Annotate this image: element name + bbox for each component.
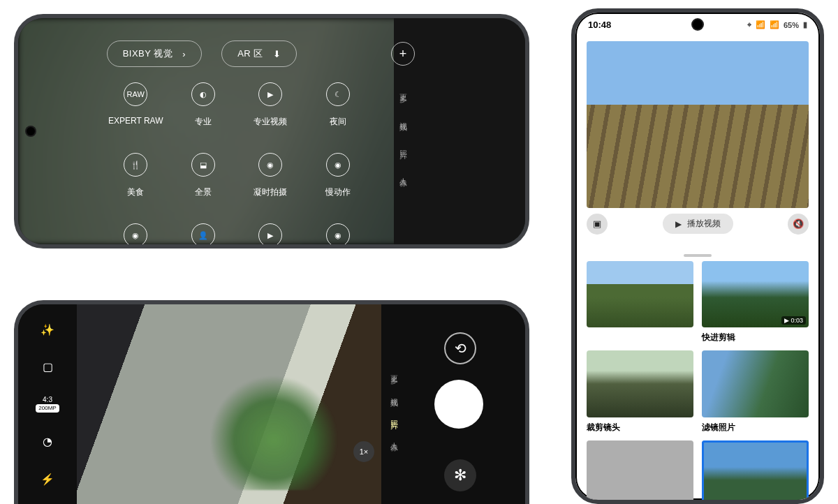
save-copy-button[interactable]: ▣	[587, 214, 608, 235]
mode-label: EXPERT RAW	[108, 116, 163, 126]
thumb-crop[interactable]: 裁剪镜头	[587, 350, 693, 433]
pro-icon: ◐	[191, 82, 215, 106]
thumb-orig[interactable]	[587, 261, 693, 344]
mode-slowmo[interactable]: ◉慢动作	[304, 153, 372, 198]
mode-label: 专业视频	[253, 116, 287, 128]
mode-tab[interactable]: 视频	[389, 392, 399, 394]
mode-label: 全景	[195, 186, 212, 198]
thumb-image: ▶ 0:03	[702, 261, 809, 328]
viewfinder[interactable]	[77, 304, 381, 504]
motion-photo-icon[interactable]: ▢	[38, 357, 57, 377]
thumb-image	[702, 350, 809, 417]
mode-tab[interactable]: 更多	[398, 88, 409, 91]
duration-badge: ▶ 0:03	[781, 316, 806, 325]
signal-icon: 📶	[770, 20, 779, 29]
front-camera-hole	[27, 127, 35, 135]
mode-tab-strip: 更多视频照片人像	[385, 304, 402, 504]
thumb-image	[587, 350, 693, 417]
aspect-ratio-button[interactable]: 4:3 200MP	[38, 394, 57, 414]
timelapse-icon: ◉	[124, 223, 147, 247]
status-icons: ⌖ 📶 📶 65% ▮	[747, 20, 807, 29]
mode-food[interactable]: 🍴美食	[102, 153, 170, 198]
mode-night[interactable]: ☾夜间	[304, 82, 372, 128]
battery-icon: ▮	[803, 20, 807, 29]
download-icon: ⬇	[273, 49, 281, 59]
bixby-vision-button[interactable]: BIXBY 视觉 ›	[107, 40, 203, 67]
hero-action-row: ▣ ▶ 播放视频 🔇	[587, 214, 809, 235]
play-label: 播放视频	[687, 218, 721, 230]
bixby-label: BIXBY 视觉	[123, 47, 173, 60]
mode-tab[interactable]: 视频	[398, 116, 409, 119]
drag-handle[interactable]	[684, 254, 712, 257]
thumb-image	[702, 440, 809, 504]
viewfinder-subject	[211, 364, 337, 490]
ar-label: AR 区	[237, 47, 263, 60]
thumb-caption: 裁剪镜头	[587, 422, 693, 433]
night-icon: ☾	[326, 82, 350, 106]
thumb-sel[interactable]	[702, 440, 809, 504]
status-bar: 10:48 ⌖ 📶 📶 65% ▮	[575, 13, 820, 34]
portrait-vid-icon: 👤	[191, 223, 215, 247]
location-icon: ⌖	[747, 20, 751, 29]
zoom-value: 1×	[360, 447, 369, 456]
mute-button[interactable]: 🔇	[788, 214, 809, 235]
mode-director[interactable]: ▶导演视角	[237, 223, 304, 249]
single-take-content: ▣ ▶ 播放视频 🔇	[575, 34, 820, 261]
timer-icon[interactable]: ◔	[38, 432, 57, 452]
mode-label: 凝时拍摄	[253, 186, 287, 198]
result-thumbnail-grid: ▶ 0:03快进剪辑裁剪镜头滤镜照片	[575, 261, 820, 505]
phone-camera-modes: BIXBY 视觉 › AR 区 ⬇ + RAWEXPERT RAW◐专业▶专业视…	[14, 14, 529, 249]
hero-media[interactable]	[587, 41, 809, 208]
mode-portrait-vid[interactable]: 👤人像视频	[170, 223, 237, 249]
thumb-filter[interactable]: 滤镜照片	[702, 350, 809, 433]
battery-text: 65%	[784, 21, 799, 29]
mode-tab[interactable]: 人像	[389, 436, 399, 439]
mode-pro-video[interactable]: ▶专业视频	[237, 82, 304, 128]
thumb-caption: 滤镜照片	[702, 422, 809, 433]
ar-zone-button[interactable]: AR 区 ⬇	[221, 40, 297, 67]
mute-icon: 🔇	[793, 218, 804, 229]
front-camera-hole	[693, 20, 703, 29]
camera-mode-grid: RAWEXPERT RAW◐专业▶专业视频☾夜间🍴美食⬓全景◉凝时拍摄◉慢动作◉…	[102, 82, 372, 249]
play-video-button[interactable]: ▶ 播放视频	[663, 214, 733, 234]
thumb-speed[interactable]: ▶ 0:03快进剪辑	[702, 261, 809, 344]
thumb-image	[587, 261, 693, 328]
mode-label: 夜间	[330, 116, 346, 128]
phone-camera-viewfinder: ✨ ▢ 4:3 200MP ◔ ⚡ 1× 更多视频照片人像 ⟲ ✻	[14, 300, 529, 504]
zoom-chip[interactable]: 1×	[353, 441, 374, 462]
thumb-bw[interactable]	[587, 440, 693, 504]
mode-hyperlapse[interactable]: ◉凝时拍摄	[237, 153, 304, 198]
mode-tab[interactable]: 照片	[398, 144, 409, 147]
mode-pro[interactable]: ◐专业	[170, 82, 237, 128]
pro-video-icon: ▶	[258, 82, 282, 106]
top-pill-row: BIXBY 视觉 › AR 区 ⬇	[18, 40, 385, 67]
save-icon: ▣	[593, 218, 601, 229]
mode-tab[interactable]: 照片	[389, 414, 399, 417]
mode-tab[interactable]: 更多	[389, 369, 399, 372]
expert-raw-icon: RAW	[124, 82, 147, 106]
mode-single-take[interactable]: ◉AI一键多拍	[304, 223, 372, 249]
mode-tab[interactable]: 人像	[398, 172, 409, 175]
sparkle-icon[interactable]: ✨	[38, 320, 57, 339]
mode-expert-raw[interactable]: RAWEXPERT RAW	[102, 82, 170, 128]
mode-tab-strip: 更多视频照片人像	[392, 18, 413, 244]
mode-label: 慢动作	[325, 186, 351, 198]
panorama-icon: ⬓	[191, 153, 215, 177]
left-toolbar: ✨ ▢ 4:3 200MP ◔ ⚡	[18, 304, 77, 504]
right-control-panel: 更多视频照片人像 ⟲ ✻	[381, 304, 525, 504]
thumb-caption: 快进剪辑	[702, 332, 809, 343]
resolution-badge: 200MP	[36, 404, 59, 413]
switch-camera-button[interactable]: ⟲	[444, 332, 476, 364]
slowmo-icon: ◉	[326, 153, 350, 177]
mode-label: 美食	[127, 186, 144, 198]
shutter-button[interactable]	[434, 380, 483, 429]
hyperlapse-icon: ◉	[258, 153, 282, 177]
food-icon: 🍴	[124, 153, 147, 177]
single-take-icon: ◉	[326, 223, 350, 247]
effects-button[interactable]: ✻	[444, 459, 476, 491]
mode-panorama[interactable]: ⬓全景	[170, 153, 237, 198]
phone-gallery-singletake: 10:48 ⌖ 📶 📶 65% ▮ ▣ ▶ 播放视频 🔇 ▶ 0:03快进剪辑裁…	[571, 8, 824, 504]
mode-timelapse[interactable]: ◉延时摄影	[102, 223, 170, 249]
ratio-text: 4:3	[43, 396, 52, 403]
flash-icon[interactable]: ⚡	[38, 469, 57, 489]
